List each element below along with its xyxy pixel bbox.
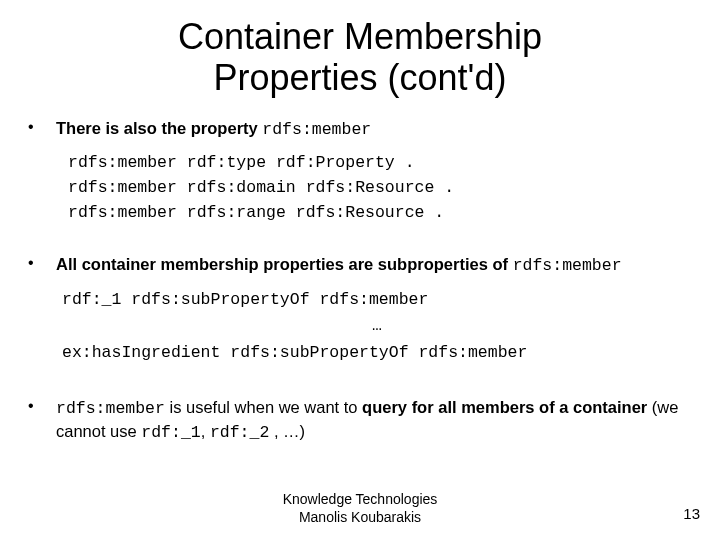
bullet-3-bold: query for all members of a container [362, 398, 647, 416]
footer: Knowledge Technologies Manolis Koubaraki… [0, 491, 720, 526]
code2-line-2: ex:hasIngredient rdfs:subPropertyOf rdfs… [62, 341, 692, 366]
bullet-1-content: There is also the property rdfs:member r… [56, 117, 692, 244]
bullet-3: • rdfs:member is useful when we want to … [28, 396, 692, 445]
bullet-3-text-4: , …) [269, 422, 305, 440]
code-block-2: rdf:_1 rdfs:subPropertyOf rdfs:member … … [62, 288, 692, 366]
bullet-2-code: rdfs:member [513, 256, 622, 275]
bullet-2-intro: All container membership properties are … [56, 255, 513, 273]
code-block-1: rdfs:member rdf:type rdf:Property . rdfs… [68, 151, 692, 225]
code2-line-1: rdf:_1 rdfs:subPropertyOf rdfs:member [62, 288, 692, 313]
slide: Container Membership Properties (cont'd)… [0, 0, 720, 540]
bullet-marker: • [28, 253, 56, 386]
title-line-1: Container Membership [178, 16, 542, 57]
bullet-3-text-3: , [201, 422, 210, 440]
bullet-list: • There is also the property rdfs:member… [28, 117, 692, 445]
footer-line-1: Knowledge Technologies [283, 491, 438, 507]
bullet-3-code-3: rdf:_2 [210, 423, 269, 442]
bullet-2-content: All container membership properties are … [56, 253, 692, 386]
bullet-3-text-1: is useful when we want to [165, 398, 362, 416]
footer-line-2: Manolis Koubarakis [299, 509, 421, 525]
bullet-3-content: rdfs:member is useful when we want to qu… [56, 396, 692, 445]
code2-ellipsis: … [62, 314, 692, 339]
bullet-2: • All container membership properties ar… [28, 253, 692, 386]
bullet-1-code: rdfs:member [262, 120, 371, 139]
page-number: 13 [683, 505, 700, 522]
title-line-2: Properties (cont'd) [214, 57, 507, 98]
bullet-3-code-1: rdfs:member [56, 399, 165, 418]
bullet-marker: • [28, 396, 56, 445]
bullet-marker: • [28, 117, 56, 244]
slide-body: • There is also the property rdfs:member… [28, 117, 692, 445]
bullet-1-intro: There is also the property [56, 119, 262, 137]
slide-title: Container Membership Properties (cont'd) [28, 16, 692, 99]
bullet-3-code-2: rdf:_1 [141, 423, 200, 442]
bullet-1: • There is also the property rdfs:member… [28, 117, 692, 244]
